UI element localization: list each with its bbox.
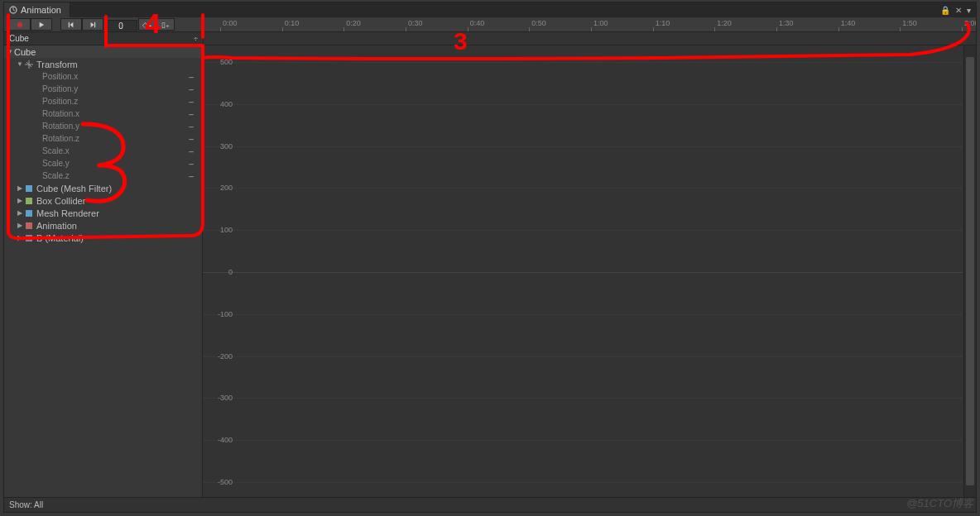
y-axis-label: 300 [204,142,233,150]
component-row[interactable]: ▶Animation [4,219,202,232]
component-icon [24,221,34,231]
next-key-button[interactable] [82,18,103,31]
property-menu-icon[interactable]: – [185,72,197,82]
svg-marker-7 [91,22,94,26]
property-menu-icon[interactable]: – [185,122,197,131]
vertical-scrollbar[interactable] [963,45,976,497]
svg-rect-12 [26,222,32,229]
chevron-right-icon[interactable]: ▶ [16,222,24,229]
svg-line-2 [13,10,15,11]
chevron-right-icon[interactable]: ▶ [16,184,24,192]
timeline-tick-label: 1:10 [656,19,670,27]
property-row[interactable]: Rotation.z– [4,132,202,145]
property-label: Position.x [42,72,185,81]
component-row[interactable]: ▶Cube (Mesh Filter) [4,182,202,194]
svg-rect-5 [69,22,70,26]
svg-rect-8 [94,22,95,26]
svg-rect-11 [26,210,32,217]
chevron-down-icon[interactable]: ▼ [6,48,14,55]
property-row[interactable]: Position.y– [4,83,202,95]
component-icon [24,233,34,243]
property-hierarchy[interactable]: ▼ Cube ▼ Transform Position.x–Position.y… [4,45,203,497]
property-label: Scale.x [42,146,185,155]
timeline-tick-label: 1:20 [717,19,732,27]
property-label: Position.z [42,97,185,106]
chevron-right-icon[interactable]: ▶ [16,234,24,241]
clip-dropdown[interactable]: Cube [4,34,194,43]
property-label: Position.y [42,84,185,93]
svg-point-3 [17,22,22,26]
transform-label: Transform [36,60,197,69]
property-menu-icon[interactable]: – [185,146,197,156]
property-row[interactable]: Position.z– [4,95,202,108]
record-button[interactable] [9,18,31,31]
curve-pane[interactable]: 5004003002001000-100-200-300-400-500 [203,45,976,497]
component-label: Animation [36,221,197,231]
property-row[interactable]: Rotation.y– [4,120,202,132]
window-close-icon[interactable]: ✕ [955,6,962,15]
property-menu-icon[interactable]: – [185,109,197,119]
component-row[interactable]: ▶Mesh Renderer [4,207,202,219]
watermark: @51CTO博客 [906,496,973,511]
property-menu-icon[interactable]: – [185,134,197,144]
y-axis-label: 400 [204,100,233,108]
timeline-tick-label: 0:30 [408,19,423,27]
timeline-tick-label: 0:20 [346,19,361,27]
footer-show-label[interactable]: Show: All [9,500,43,509]
svg-marker-4 [40,22,45,26]
window-menu-icon[interactable]: ▾ [967,6,971,15]
property-label: Rotation.z [42,134,185,143]
window-lock-icon[interactable]: 🔒 [940,6,950,15]
property-row[interactable]: Scale.y– [4,157,202,170]
component-icon [24,184,34,194]
y-axis-label: -300 [204,394,233,402]
property-row[interactable]: Rotation.x– [4,108,202,120]
chevron-right-icon[interactable]: ▶ [16,209,24,217]
chevron-down-icon[interactable]: ▼ [16,60,24,68]
add-keyframe-button[interactable]: ◇₊ [138,18,156,31]
component-row[interactable]: ▶Box Collider [4,194,202,207]
timeline-tick-label: 0:00 [223,19,238,27]
property-menu-icon[interactable]: – [185,84,197,94]
timeline-tick-label: 0:40 [470,19,485,27]
svg-rect-10 [26,198,32,204]
component-label: B (Material) [36,233,197,243]
property-row[interactable]: Scale.z– [4,170,202,182]
property-menu-icon[interactable]: – [185,159,197,169]
property-label: Rotation.y [42,122,185,131]
timeline-ruler[interactable]: 0:000:100:200:300:400:501:001:101:201:30… [203,17,976,31]
svg-marker-6 [70,22,73,26]
y-axis-label: 200 [204,184,233,192]
play-button[interactable] [31,18,52,31]
y-axis-label: -500 [204,478,233,486]
component-row[interactable]: ▶B (Material) [4,232,202,244]
timeline-tick-label: 0:10 [285,19,300,27]
property-row[interactable]: Position.x– [4,70,202,83]
prev-key-button[interactable] [60,18,82,31]
tab-animation[interactable]: Animation [4,2,70,17]
tab-animation-label: Animation [21,5,61,15]
component-label: Box Collider [36,196,197,206]
y-axis-label: 500 [204,58,233,66]
property-row[interactable]: Scale.x– [4,145,202,157]
property-menu-icon[interactable]: – [185,97,197,107]
property-menu-icon[interactable]: – [185,171,197,181]
frame-input[interactable] [104,20,137,32]
component-icon [24,196,34,206]
add-event-button[interactable]: ▯₊ [156,18,175,31]
component-icon [24,208,34,218]
component-label: Cube (Mesh Filter) [36,184,197,194]
y-axis-label: -200 [204,352,233,361]
timeline-tick-label: 1:50 [902,19,917,27]
timeline-tick-label: 1:40 [841,19,856,27]
component-label: Mesh Renderer [36,208,197,218]
y-axis-label: -400 [204,436,233,444]
chevron-right-icon[interactable]: ▶ [16,197,24,204]
timeline-tick-label: 1:30 [779,19,794,27]
root-object-label: Cube [14,47,197,57]
y-axis-label: 0 [204,268,233,276]
property-label: Scale.z [42,171,185,180]
y-axis-label: -100 [204,310,233,318]
property-label: Rotation.x [42,109,185,118]
transform-icon [24,60,34,69]
